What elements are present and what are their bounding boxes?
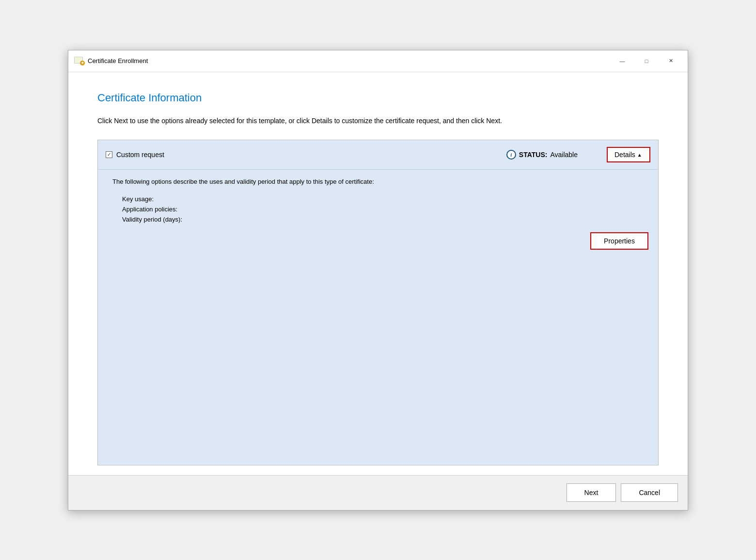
page-description: Click Next to use the options already se… bbox=[97, 116, 630, 126]
chevron-up-icon: ▲ bbox=[637, 152, 642, 158]
certificate-icon: ★ bbox=[74, 56, 84, 66]
panel-description: The following options describe the uses … bbox=[112, 177, 648, 186]
status-label: STATUS: bbox=[519, 151, 548, 159]
certificate-panel: Custom request i STATUS: Available Detai… bbox=[97, 140, 659, 465]
bottom-bar: Next Cancel bbox=[68, 475, 688, 510]
window-controls: — □ ✕ bbox=[611, 54, 682, 68]
properties-row: Properties bbox=[112, 232, 648, 250]
cert-panel-header: Custom request i STATUS: Available Detai… bbox=[98, 140, 658, 170]
next-button[interactable]: Next bbox=[567, 483, 616, 502]
minimize-button[interactable]: — bbox=[611, 54, 633, 68]
cert-panel-body: The following options describe the uses … bbox=[98, 170, 658, 465]
properties-button[interactable]: Properties bbox=[590, 232, 648, 250]
app-policies-row: Application policies: bbox=[122, 204, 648, 214]
details-button[interactable]: Details ▲ bbox=[607, 147, 650, 162]
cert-name-label: Custom request bbox=[116, 151, 164, 159]
close-button[interactable]: ✕ bbox=[660, 54, 682, 68]
key-usage-row: Key usage: bbox=[122, 194, 648, 204]
status-value: Available bbox=[550, 151, 578, 159]
info-icon: i bbox=[506, 150, 516, 160]
main-window: ★ Certificate Enrollment — □ ✕ Certifica… bbox=[68, 50, 688, 511]
cancel-button[interactable]: Cancel bbox=[621, 483, 678, 502]
content-area: Certificate Information Click Next to us… bbox=[68, 72, 688, 475]
status-section: i STATUS: Available bbox=[506, 150, 578, 160]
maximize-button[interactable]: □ bbox=[635, 54, 658, 68]
window-title: Certificate Enrollment bbox=[88, 57, 148, 64]
validity-period-row: Validity period (days): bbox=[122, 214, 648, 224]
cert-checkbox[interactable] bbox=[106, 151, 112, 158]
page-title: Certificate Information bbox=[97, 92, 659, 104]
title-bar: ★ Certificate Enrollment — □ ✕ bbox=[68, 50, 688, 72]
cert-checkbox-wrapper[interactable]: Custom request bbox=[106, 151, 164, 159]
title-bar-left: ★ Certificate Enrollment bbox=[74, 56, 148, 66]
